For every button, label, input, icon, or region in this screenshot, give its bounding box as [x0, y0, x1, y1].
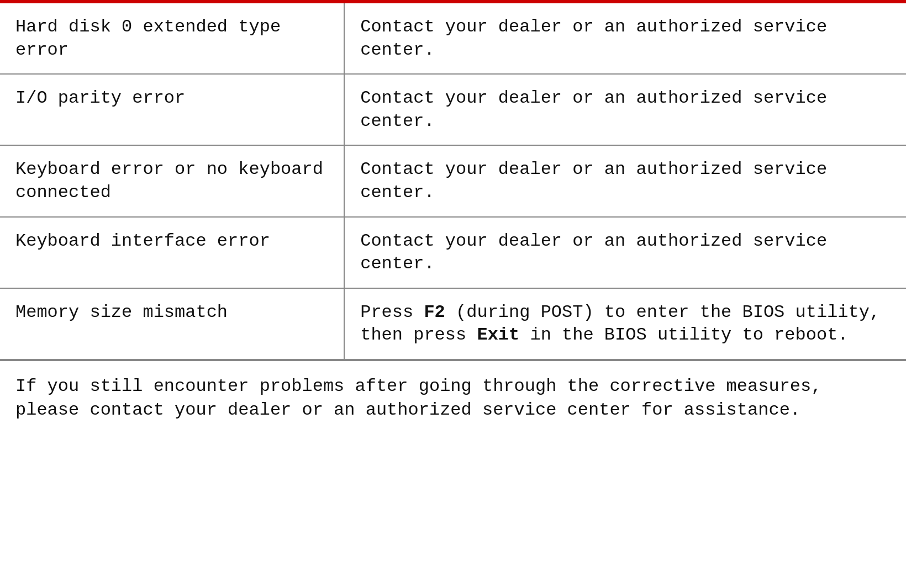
solution-cell: Contact your dealer or an authorized ser… [344, 217, 906, 288]
solution-text: Contact your dealer or an authorized ser… [360, 17, 827, 60]
error-cell: I/O parity error [0, 74, 344, 145]
table-row: Hard disk 0 extended type error Contact … [0, 3, 906, 74]
solution-text: Contact your dealer or an authorized ser… [360, 231, 827, 274]
footer-content: If you still encounter problems after go… [15, 376, 821, 420]
error-text: Keyboard interface error [15, 231, 270, 251]
page: Hard disk 0 extended type error Contact … [0, 0, 906, 588]
solution-cell: Contact your dealer or an authorized ser… [344, 145, 906, 216]
table-row: Memory size mismatch Press F2 (during PO… [0, 288, 906, 359]
solution-key-f2: F2 [424, 302, 445, 322]
table-row: I/O parity error Contact your dealer or … [0, 74, 906, 145]
error-cell: Hard disk 0 extended type error [0, 3, 344, 74]
footer-text: If you still encounter problems after go… [0, 360, 906, 435]
solution-text-prefix: Press [360, 302, 424, 322]
error-cell: Keyboard interface error [0, 217, 344, 288]
solution-cell: Press F2 (during POST) to enter the BIOS… [344, 288, 906, 359]
solution-key-exit: Exit [477, 325, 519, 345]
solution-cell: Contact your dealer or an authorized ser… [344, 74, 906, 145]
error-text: I/O parity error [15, 88, 185, 108]
solution-cell: Contact your dealer or an authorized ser… [344, 3, 906, 74]
table-row: Keyboard error or no keyboard connected … [0, 145, 906, 216]
error-text: Keyboard error or no keyboard connected [15, 159, 323, 203]
error-text: Hard disk 0 extended type error [15, 17, 281, 60]
error-text: Memory size mismatch [15, 302, 228, 322]
solution-text-mid2: in the BIOS utility to reboot. [519, 325, 848, 345]
error-cell: Keyboard error or no keyboard connected [0, 145, 344, 216]
solution-text: Contact your dealer or an authorized ser… [360, 88, 827, 131]
table-row: Keyboard interface error Contact your de… [0, 217, 906, 288]
error-table: Hard disk 0 extended type error Contact … [0, 3, 906, 360]
solution-text: Contact your dealer or an authorized ser… [360, 159, 827, 203]
error-cell: Memory size mismatch [0, 288, 344, 359]
